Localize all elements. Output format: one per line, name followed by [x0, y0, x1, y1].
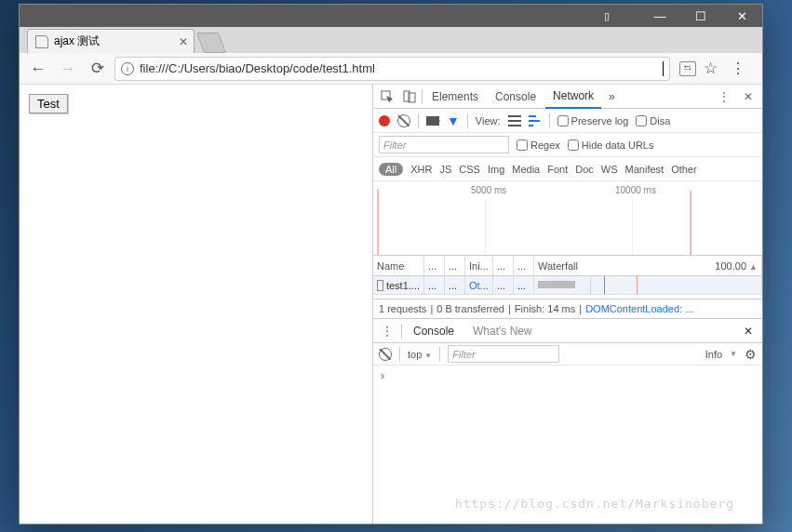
tab-console[interactable]: Console: [488, 85, 544, 109]
type-manifest[interactable]: Manifest: [625, 164, 664, 175]
network-toolbar: ▼ View: Preserve log Disa: [373, 109, 762, 133]
new-tab-button[interactable]: [196, 33, 226, 53]
col-size[interactable]: ...: [493, 256, 514, 275]
tab-close-button[interactable]: ✕: [179, 35, 188, 48]
drawer-tabs: ⋮ Console What's New ✕: [373, 319, 762, 343]
regex-checkbox[interactable]: Regex: [517, 140, 560, 151]
tab-strip: ajax 测试 ✕: [20, 27, 762, 53]
timing-bar: [538, 281, 575, 288]
col-initiator[interactable]: Ini...: [465, 256, 493, 275]
col-time[interactable]: ...: [514, 256, 534, 275]
col-type[interactable]: ...: [445, 256, 465, 275]
summary-finish: Finish: 14 ms: [515, 303, 575, 314]
browser-menu-button[interactable]: ⋮: [725, 60, 751, 77]
gridline: [485, 198, 486, 255]
reload-button[interactable]: ⟳: [85, 56, 111, 82]
tab-network[interactable]: Network: [545, 85, 601, 109]
col-waterfall[interactable]: Waterfall 100.00 ▲: [534, 256, 762, 275]
cell-status: ...: [424, 276, 445, 294]
drawer-tab-whatsnew[interactable]: What's New: [465, 319, 540, 343]
separator: [401, 324, 402, 339]
event-marker: [690, 191, 691, 255]
close-window-button[interactable]: ✕: [721, 5, 762, 27]
type-font[interactable]: Font: [547, 164, 568, 175]
summary-transferred: 0 B transferred: [436, 303, 504, 314]
network-filter-input[interactable]: [379, 136, 509, 153]
cell-time: ...: [514, 276, 534, 294]
devtools-tabs: Elements Console Network » ⋮ ✕: [373, 85, 762, 109]
address-bar[interactable]: i file:///C:/Users/biao/Desktop/code/tes…: [114, 57, 670, 81]
large-rows-icon[interactable]: [508, 115, 521, 126]
record-button[interactable]: [379, 115, 390, 126]
waterfall-view-icon[interactable]: [529, 115, 542, 126]
console-clear-button[interactable]: [379, 348, 392, 361]
type-xhr[interactable]: XHR: [410, 164, 432, 175]
test-button[interactable]: Test: [29, 94, 68, 113]
timeline-overview[interactable]: 5000 ms 10000 ms: [373, 181, 762, 256]
chevron-down-icon: ▼: [424, 352, 432, 360]
type-img[interactable]: Img: [488, 164, 504, 175]
devtools-menu[interactable]: ⋮: [714, 86, 734, 107]
filter-toggle-icon[interactable]: ▼: [447, 113, 460, 128]
drawer-tab-console[interactable]: Console: [406, 319, 462, 343]
type-doc[interactable]: Doc: [575, 164, 594, 175]
translate-icon[interactable]: ⮀: [679, 61, 696, 76]
devtools-close[interactable]: ✕: [738, 86, 758, 107]
tab-elements[interactable]: Elements: [424, 85, 486, 109]
screenshot-icon[interactable]: [426, 116, 439, 126]
log-level-selector[interactable]: Info: [705, 349, 722, 360]
device-toggle-icon[interactable]: [399, 86, 420, 107]
minimize-button[interactable]: —: [639, 5, 680, 27]
col-status[interactable]: ...: [424, 256, 445, 275]
cell-initiator[interactable]: Ot...: [465, 276, 493, 294]
drawer-menu[interactable]: ⋮: [377, 321, 397, 341]
separator: [399, 347, 400, 362]
console-settings-icon[interactable]: ⚙: [745, 347, 757, 362]
request-name: test1....: [386, 280, 420, 291]
site-info-icon[interactable]: i: [121, 62, 134, 75]
back-button[interactable]: ←: [25, 56, 51, 82]
separator: [418, 113, 419, 128]
context-selector[interactable]: top ▼: [408, 349, 432, 360]
document-icon: [377, 280, 383, 291]
drawer-close[interactable]: ✕: [738, 325, 758, 338]
console-filter-input[interactable]: [448, 345, 559, 363]
hide-data-urls-checkbox[interactable]: Hide data URLs: [568, 140, 654, 151]
col-name[interactable]: Name: [373, 256, 424, 275]
wf-marker: [590, 276, 591, 294]
type-css[interactable]: CSS: [459, 164, 480, 175]
summary-dcl: DOMContentLoaded: ...: [585, 303, 693, 314]
separator: [422, 89, 423, 104]
inspect-element-icon[interactable]: [377, 86, 397, 107]
profile-button[interactable]: ▯: [593, 5, 621, 27]
toolbar-right: ⮀ ☆ ⋮: [674, 59, 757, 78]
url-text: file:///C:/Users/biao/Desktop/code/test1…: [140, 61, 375, 75]
watermark-text: https://blog.csdn.net/Marksinoberg: [455, 497, 734, 511]
type-media[interactable]: Media: [512, 164, 540, 175]
network-table-header: Name ... ... Ini... ... ... Waterfall 10…: [373, 256, 762, 276]
network-request-row[interactable]: test1.... ... ... Ot... ... ...: [373, 276, 762, 295]
console-toolbar: top ▼ Info ▼ ⚙: [373, 343, 762, 366]
type-ws[interactable]: WS: [601, 164, 618, 175]
separator: [549, 113, 550, 128]
preserve-log-checkbox[interactable]: Preserve log: [557, 115, 629, 126]
tabs-overflow[interactable]: »: [603, 90, 621, 103]
browser-tab[interactable]: ajax 测试 ✕: [27, 29, 195, 53]
separator: [467, 113, 468, 128]
disable-cache-checkbox[interactable]: Disa: [636, 115, 670, 126]
type-js[interactable]: JS: [439, 164, 451, 175]
devtools-panel: Elements Console Network » ⋮ ✕ ▼ View:: [373, 85, 762, 524]
console-prompt: ›: [381, 369, 384, 382]
type-other[interactable]: Other: [671, 164, 697, 175]
clear-button[interactable]: [397, 114, 410, 127]
summary-requests: 1 requests: [379, 303, 426, 314]
waterfall-cell: [534, 276, 762, 294]
bookmark-star-icon[interactable]: ☆: [704, 59, 718, 78]
forward-button[interactable]: →: [55, 56, 81, 82]
timeline-tick: 10000 ms: [615, 185, 656, 195]
network-summary: 1 requests | 0 B transferred | Finish: 1…: [373, 299, 762, 319]
type-all[interactable]: All: [379, 163, 403, 176]
cell-type: ...: [445, 276, 465, 294]
maximize-button[interactable]: ☐: [680, 5, 721, 27]
filter-row: Regex Hide data URLs: [373, 133, 762, 157]
